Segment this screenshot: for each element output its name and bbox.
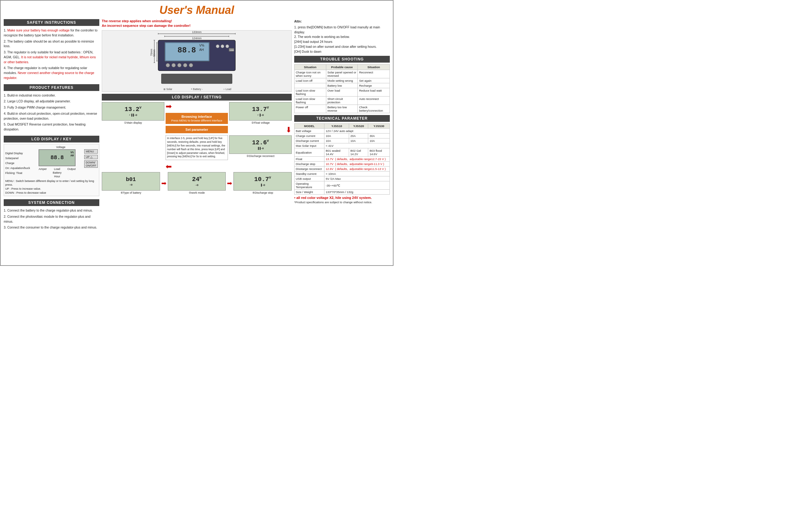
amper-label: Amper [39,168,47,171]
tp-temp-val: -35~+60℃ [324,182,390,190]
tech-note-small: *Product specifications are subject to c… [294,200,390,204]
screen-2: 13.7V ⚡▐→⊙ [229,102,292,121]
svg-text:⊞ Solar: ⊞ Solar [164,88,172,91]
system-conn-body: 1. Connect the battery to the charge reg… [4,208,99,232]
display-value: 88.8 [50,154,64,161]
table-row: OperatingTemperature -35~+60℃ [295,182,390,190]
tech-table: MODEL YJSS10 YJSS20 YJSS30 Batt voltage … [294,123,390,195]
screen-1-label: ①Main display [102,121,164,124]
table-row: Charge current 10A 20A 30A [295,133,390,139]
tr6-c2: Bettery too low reverse [326,105,358,113]
set-param-label: Set parameter [167,128,226,131]
tp-discharge-10: 10A [324,139,349,143]
tr3-c1 [295,83,326,88]
set-instruction: In interface 2-5, press and hold key [UP… [166,135,228,160]
safety-body: 1. Make sure your battery has enough vol… [4,27,99,82]
warning-line1: The reverse step applies when uninstalli… [102,19,292,23]
middle-column: The reverse step applies when uninstalli… [102,19,292,232]
tech-note-red: • all red color voltage X2, hile using 2… [294,196,390,199]
screen-5-container: 24H →⊙ ⑤work mode [168,172,226,194]
tech-col-model: MODEL [295,124,324,129]
tr2-c1: Load icon off [295,78,326,83]
lcd-display-box: 88.8 V%AH [39,149,76,166]
screen-1-value: 13.2V [125,106,142,113]
attn-title: Attn: [294,19,390,24]
table-row: Size / Weight 133*70*35mm / 132g [295,190,390,195]
solarpanel-label: Solarpanel [5,157,30,160]
screen-5-icon: →⊙ [195,184,198,187]
table-row: Power off Bettery too low reverse Check … [295,105,390,113]
svg-text:124mm: 124mm [192,37,201,40]
tp-dreconn-label: Disstarge reconnect [295,167,324,171]
up-note: UP : Press to increase value. [5,187,98,191]
tr3-c3: Recharge [358,83,390,88]
tp-charge-30: 30A [368,133,390,139]
svg-point-29 [189,63,193,67]
screen-1: 13.2V ⚡▐▐→⊙ [102,102,164,121]
table-row: Batt voltage 12V / 24V auto adapt [295,129,390,133]
tp-standby-val: < 10mA [324,171,390,176]
down-note: DOWN : Press to decrease value [5,191,98,195]
tp-dstop-label: Discharge stop [295,162,324,167]
tp-batt-label: Batt voltage [295,129,324,133]
tp-dreconn-val: 12.6V ( defaults, adjustable range11.5-1… [324,167,390,171]
screen-6-label: ⑥Type of battery [102,191,160,194]
tr4-c3: Reduce load watt [358,88,390,97]
screen-1-icon: ⚡▐▐→⊙ [129,113,137,117]
menu-button[interactable]: MENU [84,149,98,154]
attn-item-2: 2. The work mode is working as below. [294,35,390,40]
svg-text:○ Load: ○ Load [223,88,231,91]
safety-header: SAFETY INSTRUCTIONS [4,19,99,26]
screen-5: 24H →⊙ [168,172,226,191]
warning-line2: An incorrect sequence step can damage th… [102,24,292,27]
arrow-right-5: ➡ [227,179,232,187]
set-param-box: Set parameter [166,126,228,133]
tr1-c3: Reconnect [358,70,390,78]
tech-col-30: YJSS30 [368,124,390,129]
screen-4: 10.7V ▐→⊙ [233,172,292,191]
svg-point-27 [177,63,181,67]
flicking-label: Flicking: Tloat [5,171,30,174]
tp-charge-label: Charge current [295,133,324,139]
attn-item-oh: [OH] Dusk to dawn [294,49,390,54]
tr5-c3: Auto reconnect [358,97,390,105]
table-row: Standby current < 10mA [295,171,390,176]
tp-batt-val: 12V / 24V auto adapt [324,129,390,133]
features-section: PRODUCT FEATURES 1. Build-in industrial … [4,84,99,134]
lcd-display-section: LCD DISPLAY / SETTING 13.2V ⚡▐▐→⊙ ①Main … [102,94,292,194]
svg-text:50mm: 50mm [153,49,156,57]
tp-charge-10: 10A [324,133,349,139]
features-body: 1. Build-in industrial micro controller.… [4,92,99,134]
screen-6-icon: →⊙ [129,184,133,187]
table-row: Charge icon not on when sunny Solar pane… [295,70,390,78]
lcd-key-header: LCD DISPLAY / KEY [4,136,99,143]
tp-eq-20: B02 Gel14.2V [349,148,368,157]
attn-item-1-23h: [1-23H] load on after sunset and close a… [294,44,390,49]
browsing-label: Browsing interface [167,115,226,119]
screen-2-container: 13.7V ⚡▐→⊙ ②Float voltage [229,102,292,124]
screen-2-label: ②Float voltage [229,121,292,124]
device-image: 133mm 124mm 70mm 50mm [102,30,292,92]
screen-3-container: 12.6V ▐▐→⊙ ③Discharge reconnect [229,135,292,157]
trouble-col-1: Situation [295,64,326,70]
tr5-c1: Load icon slow flashing [295,97,326,105]
table-row: Disstarge reconnect 12.6V ( defaults, ad… [295,167,390,171]
right-screens: 13.7V ⚡▐→⊙ ②Float voltage ⬇ 12.6V [229,102,292,171]
right-column: Attn: 1. press the[DOMN] button to ON/OF… [294,19,390,232]
screen-2-value: 13.7V [252,106,269,113]
safety-section: SAFETY INSTRUCTIONS 1. Make sure your ba… [4,19,99,82]
arrow-right-6: ➡ [161,179,167,187]
tech-col-10: YJSS10 [324,124,349,129]
tr3-c2: Battery low [326,83,358,88]
tp-charge-20: 20A [349,133,368,139]
feature-2: 2. Large LCD display, all adjustable par… [4,99,99,104]
tech-col-20: YJSS20 [349,124,368,129]
down-button[interactable]: DOWN/ON/OFF [84,161,98,168]
svg-point-22 [216,45,219,48]
svg-point-26 [172,63,176,67]
tp-discharge-20: 10A [349,139,368,143]
up-button[interactable]: UP △ [84,155,98,159]
tp-standby-label: Standby current [295,171,324,176]
arrow-down-1: ⬇ [285,126,292,134]
svg-text:USB: USB [230,49,234,51]
